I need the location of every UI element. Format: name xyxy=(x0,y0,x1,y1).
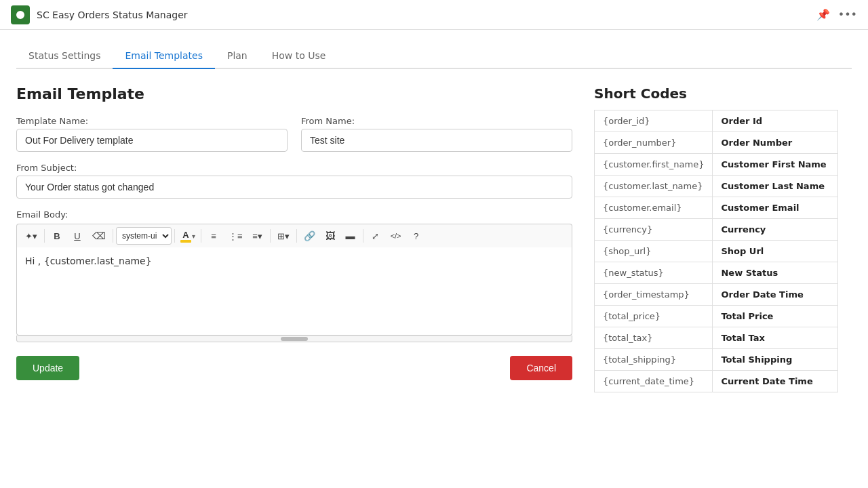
short-code-row: {customer.first_name} Customer First Nam… xyxy=(595,154,838,176)
bullet-list-btn[interactable]: ≡ xyxy=(204,227,223,245)
short-code-label: Currency xyxy=(713,219,838,241)
template-name-group: Template Name: xyxy=(16,116,288,152)
ordered-list-btn[interactable]: ⋮≡ xyxy=(224,227,247,245)
page-title: Email Template xyxy=(16,85,572,102)
short-code-row: {customer.email} Customer Email xyxy=(595,197,838,219)
name-row: Template Name: From Name: xyxy=(16,116,572,152)
bold-btn[interactable]: B xyxy=(47,227,66,245)
short-code-label: Order Date Time xyxy=(713,284,838,306)
tab-how-to-use[interactable]: How to Use xyxy=(260,43,338,69)
divider-7 xyxy=(363,229,363,243)
from-name-label: From Name: xyxy=(301,116,572,126)
divider-4 xyxy=(201,229,201,243)
divider-1 xyxy=(44,229,45,243)
from-subject-group: From Subject: xyxy=(16,163,572,199)
image-btn[interactable]: 🖼 xyxy=(321,227,340,245)
editor-scrollbar xyxy=(16,336,572,342)
email-body-section: Email Body: ✦▾ B U ⌫ system-ui Arial Geo… xyxy=(16,209,572,342)
table-btn[interactable]: ⊞▾ xyxy=(273,227,294,245)
text-color-btn[interactable]: A ▾ xyxy=(178,228,198,244)
short-code-row: {order_number} Order Number xyxy=(595,132,838,154)
color-letter: A xyxy=(182,230,189,240)
email-body-label: Email Body: xyxy=(16,209,572,220)
form-section: Email Template Template Name: From Name:… xyxy=(16,85,572,392)
pin-icon[interactable]: 📌 xyxy=(816,8,830,21)
link-btn[interactable]: 🔗 xyxy=(300,227,319,245)
topbar: SC Easy Orders Status Manager 📌 ••• xyxy=(0,0,868,30)
font-select[interactable]: system-ui Arial Georgia xyxy=(116,227,172,245)
short-code-value: {customer.first_name} xyxy=(595,154,713,176)
topbar-right: 📌 ••• xyxy=(816,8,857,21)
short-code-value: {order_id} xyxy=(595,110,713,132)
update-button[interactable]: Update xyxy=(16,356,79,380)
eraser-btn[interactable]: ⌫ xyxy=(88,227,110,245)
buttons-row: Update Cancel xyxy=(16,356,572,380)
divider-2 xyxy=(113,229,113,243)
subject-row: From Subject: xyxy=(16,163,572,199)
divider-3 xyxy=(174,229,175,243)
app-icon xyxy=(11,5,30,24)
from-subject-input[interactable] xyxy=(16,176,572,199)
divider-5 xyxy=(270,229,271,243)
short-code-row: {currency} Currency xyxy=(595,219,838,241)
short-code-row: {total_tax} Total Tax xyxy=(595,327,838,349)
short-code-row: {order_id} Order Id xyxy=(595,110,838,132)
short-code-row: {total_price} Total Price xyxy=(595,306,838,327)
short-code-label: Total Price xyxy=(713,306,838,327)
short-code-label: Total Shipping xyxy=(713,349,838,371)
svg-point-0 xyxy=(16,11,24,19)
short-code-label: Order Number xyxy=(713,132,838,154)
short-code-value: {order_timestamp} xyxy=(595,284,713,306)
short-code-row: {current_date_time} Current Date Time xyxy=(595,371,838,392)
template-name-input[interactable] xyxy=(16,129,288,152)
short-codes-title: Short Codes xyxy=(594,85,838,102)
app-title: SC Easy Orders Status Manager xyxy=(37,9,188,20)
block-btn[interactable]: ▬ xyxy=(341,227,360,245)
editor-content: Hi , {customer.last_name} xyxy=(25,256,152,266)
short-code-value: {customer.last_name} xyxy=(595,176,713,197)
short-code-value: {total_shipping} xyxy=(595,349,713,371)
short-code-row: {shop_url} Shop Url xyxy=(595,241,838,262)
topbar-left: SC Easy Orders Status Manager xyxy=(11,5,188,24)
short-code-value: {currency} xyxy=(595,219,713,241)
tabs: Status Settings Email Templates Plan How… xyxy=(16,43,852,69)
short-code-row: {new_status} New Status xyxy=(595,262,838,284)
editor-toolbar: ✦▾ B U ⌫ system-ui Arial Georgia xyxy=(16,224,572,247)
from-name-group: From Name: xyxy=(301,116,572,152)
short-code-value: {total_price} xyxy=(595,306,713,327)
short-code-label: Total Tax xyxy=(713,327,838,349)
short-code-label: Customer Email xyxy=(713,197,838,219)
short-code-value: {total_tax} xyxy=(595,327,713,349)
short-code-value: {customer.email} xyxy=(595,197,713,219)
scrollbar-thumb xyxy=(281,337,308,341)
short-code-value: {shop_url} xyxy=(595,241,713,262)
editor-area[interactable]: Hi , {customer.last_name} xyxy=(16,247,572,336)
magic-btn[interactable]: ✦▾ xyxy=(21,227,41,245)
fullscreen-btn[interactable]: ⤢ xyxy=(366,227,385,245)
tab-status-settings[interactable]: Status Settings xyxy=(16,43,113,69)
short-code-label: Current Date Time xyxy=(713,371,838,392)
from-name-input[interactable] xyxy=(301,129,572,152)
align-btn[interactable]: ≡▾ xyxy=(248,227,267,245)
short-code-label: Order Id xyxy=(713,110,838,132)
chevron-down-icon: ▾ xyxy=(192,232,195,240)
short-code-value: {current_date_time} xyxy=(595,371,713,392)
cancel-button[interactable]: Cancel xyxy=(510,356,572,380)
short-code-value: {order_number} xyxy=(595,132,713,154)
more-icon[interactable]: ••• xyxy=(838,8,857,21)
short-code-value: {new_status} xyxy=(595,262,713,284)
underline-btn[interactable]: U xyxy=(68,227,87,245)
short-code-row: {customer.last_name} Customer Last Name xyxy=(595,176,838,197)
code-btn[interactable]: </> xyxy=(387,227,406,245)
help-btn[interactable]: ? xyxy=(407,227,426,245)
short-code-label: New Status xyxy=(713,262,838,284)
short-code-row: {total_shipping} Total Shipping xyxy=(595,349,838,371)
tab-email-templates[interactable]: Email Templates xyxy=(113,43,214,69)
short-code-row: {order_timestamp} Order Date Time xyxy=(595,284,838,306)
tab-plan[interactable]: Plan xyxy=(215,43,260,69)
main-content: Status Settings Email Templates Plan How… xyxy=(0,30,868,406)
divider-6 xyxy=(296,229,297,243)
content-area: Email Template Template Name: From Name:… xyxy=(16,85,852,392)
template-name-label: Template Name: xyxy=(16,116,288,126)
short-codes-section: Short Codes {order_id} Order Id {order_n… xyxy=(594,85,838,392)
